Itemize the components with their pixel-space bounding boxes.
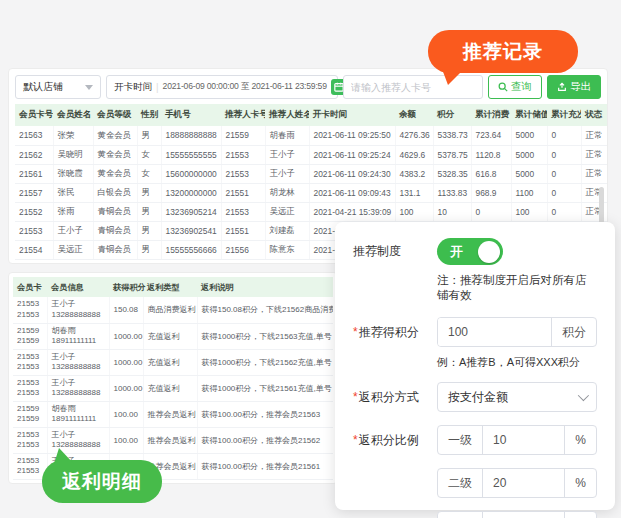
table-cell: 黄金会员 bbox=[93, 145, 137, 164]
ratio-unit-label: % bbox=[564, 469, 596, 497]
table-cell: 100 bbox=[511, 202, 547, 221]
ratio-value-input[interactable] bbox=[483, 469, 564, 497]
toggle-knob bbox=[478, 241, 500, 263]
divider: | bbox=[156, 82, 159, 93]
table-row: 21557张民白银会员男1320000000021551胡龙林2021-06-1… bbox=[15, 183, 607, 202]
table-cell: 968.9 bbox=[471, 183, 511, 202]
table-cell: 0 bbox=[471, 202, 511, 221]
table-cell: 吴晓明 bbox=[53, 145, 93, 164]
points-cell: 100.00 bbox=[109, 427, 143, 453]
rebate-desc-cell: 获得100.00积分，推荐会员21561 bbox=[197, 453, 333, 479]
chevron-down-icon bbox=[578, 390, 589, 401]
rebate-desc-cell: 获得100.00积分，推荐会员21562 bbox=[197, 427, 333, 453]
member-card-cell: 2155921559 bbox=[13, 323, 47, 349]
rebate-desc-cell: 获得1000积分，下线21562充值,单号：CZ2106110926393 bbox=[197, 349, 333, 375]
rebate-ratio-label: *返积分比例 bbox=[353, 432, 437, 449]
member-info-cell: 王小子13288888888 bbox=[47, 297, 109, 323]
column-header: 会员卡 bbox=[13, 277, 47, 297]
table-cell: 陈意东 bbox=[265, 240, 309, 259]
table-cell: 正常 bbox=[581, 126, 607, 145]
table-cell: 13236902541 bbox=[161, 221, 221, 240]
rebate-type-cell: 充值返利 bbox=[143, 349, 197, 375]
referral-records-badge: 推荐记录 bbox=[428, 30, 578, 73]
table-cell: 2021-06-11 09:09:43 bbox=[309, 183, 395, 202]
table-row: 21552张雨青铜会员男1323690521421553吴远正2021-04-2… bbox=[15, 202, 607, 221]
rebate-type-cell: 商品消费返利 bbox=[143, 297, 197, 323]
table-cell: 0 bbox=[547, 183, 581, 202]
table-cell: 4629.6 bbox=[395, 145, 433, 164]
store-select[interactable]: 默认店铺 bbox=[15, 75, 101, 99]
rebate-detail-badge: 返利明细 bbox=[42, 460, 162, 503]
rebate-desc-cell: 获得100.00积分，推荐会员21563 bbox=[197, 401, 333, 427]
toggle-on-label: 开 bbox=[450, 244, 463, 261]
open-time-range-value: 2021-06-09 00:00:00 至 2021-06-11 23:59:5… bbox=[163, 81, 327, 93]
table-cell: 0 bbox=[547, 164, 581, 183]
rebate-desc-cell: 获得150.08积分，下线21562商品消费,单号：SP21061109 bbox=[197, 297, 333, 323]
member-info-cell: 王小子13288888888 bbox=[47, 349, 109, 375]
table-cell: 吴远正 bbox=[265, 202, 309, 221]
column-header: 状态 bbox=[581, 104, 607, 126]
table-cell: 21553 bbox=[15, 221, 53, 240]
rebate-method-select[interactable]: 按支付金额 bbox=[437, 382, 597, 412]
table-cell: 女 bbox=[137, 164, 161, 183]
query-button[interactable]: 查询 bbox=[488, 75, 542, 99]
referral-points-input[interactable] bbox=[438, 318, 551, 346]
table-row: 21563张荣黄金会员男1888888888821559胡春雨2021-06-1… bbox=[15, 126, 607, 145]
referral-points-input-group: 积分 bbox=[437, 317, 597, 347]
ratio-level-label: 一级 bbox=[438, 426, 483, 454]
table-row: 21561张晓霞黄金会员女1560000000021553王小子2021-06-… bbox=[15, 164, 607, 183]
member-info-cell: 王小子13288888888 bbox=[47, 375, 109, 401]
ratio-value-input[interactable] bbox=[483, 426, 564, 454]
table-cell: 青铜会员 bbox=[93, 202, 137, 221]
rebate-ratio-row-0: 一级% bbox=[437, 425, 597, 455]
table-cell: 21553 bbox=[221, 145, 265, 164]
column-header: 会员信息 bbox=[47, 277, 109, 297]
table-row: 2155321553王小子13288888888150.08商品消费返利获得15… bbox=[13, 297, 333, 323]
table-cell: 131.1 bbox=[395, 183, 433, 202]
table-cell: 13236905214 bbox=[161, 202, 221, 221]
referral-system-note: 注：推荐制度开启后对所有店铺有效 bbox=[437, 273, 597, 303]
table-cell: 黄金会员 bbox=[93, 126, 137, 145]
query-button-label: 查询 bbox=[511, 80, 532, 94]
table-cell: 张民 bbox=[53, 183, 93, 202]
table-cell: 正常 bbox=[581, 164, 607, 183]
column-header: 积分 bbox=[433, 104, 471, 126]
rebate-method-value: 按支付金额 bbox=[448, 389, 508, 406]
table-cell: 5378.75 bbox=[433, 145, 471, 164]
table-cell: 2021-04-21 15:39:09 bbox=[309, 202, 395, 221]
column-header: 推荐人卡号 bbox=[221, 104, 265, 126]
member-info-cell: 胡春雨18911111111 bbox=[47, 401, 109, 427]
table-row: 2155321553王小子132888888881000.00充值返利获得100… bbox=[13, 349, 333, 375]
chevron-down-icon bbox=[85, 85, 93, 90]
table-cell: 1133.83 bbox=[433, 183, 471, 202]
referral-points-unit: 积分 bbox=[551, 318, 596, 346]
filter-bar: 默认店铺 开卡时间 | 2021-06-09 00:00:00 至 2021-0… bbox=[15, 74, 601, 100]
table-cell: 21551 bbox=[221, 183, 265, 202]
ratio-level-label: 三级 bbox=[438, 512, 483, 518]
members-table-header-row: 会员卡号会员姓名会员等级性别手机号推荐人卡号推荐人姓名开卡时间余额积分累计消费累… bbox=[15, 104, 607, 126]
ratio-value-input[interactable] bbox=[483, 512, 564, 518]
table-cell: 男 bbox=[137, 202, 161, 221]
table-cell: 女 bbox=[137, 145, 161, 164]
table-cell: 1120.8 bbox=[471, 145, 511, 164]
rebate-table-header-row: 会员卡会员信息获得积分返利类型返利说明 bbox=[13, 277, 333, 297]
table-cell: 4383.2 bbox=[395, 164, 433, 183]
table-cell: 张荣 bbox=[53, 126, 93, 145]
rebate-type-cell: 推荐会员返利 bbox=[143, 427, 197, 453]
column-header: 手机号 bbox=[161, 104, 221, 126]
table-cell: 13200000000 bbox=[161, 183, 221, 202]
table-row: 2155921559胡春雨189111111111000.00充值返利获得100… bbox=[13, 323, 333, 349]
table-cell: 100 bbox=[395, 202, 433, 221]
export-button[interactable]: 导出 bbox=[547, 75, 601, 99]
table-cell: 2021-06-11 09:25:24 bbox=[309, 145, 395, 164]
table-cell: 青铜会员 bbox=[93, 221, 137, 240]
search-icon bbox=[498, 82, 508, 92]
column-header: 累计消费 bbox=[471, 104, 511, 126]
table-cell: 2021-06-11 09:24:30 bbox=[309, 164, 395, 183]
referral-system-toggle[interactable]: 开 bbox=[437, 238, 503, 265]
open-time-range-picker[interactable]: 开卡时间 | 2021-06-09 00:00:00 至 2021-06-11 … bbox=[106, 75, 338, 99]
rebate-type-cell: 充值返利 bbox=[143, 323, 197, 349]
table-cell: 1100 bbox=[511, 183, 547, 202]
table-cell: 刘建磊 bbox=[265, 221, 309, 240]
table-cell: 21556 bbox=[221, 240, 265, 259]
